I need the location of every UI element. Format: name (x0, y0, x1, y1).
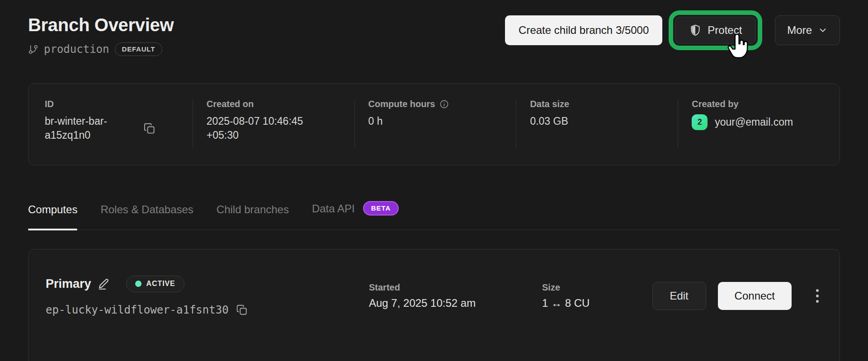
branch-overview-page: Branch Overview production DEFAULT Creat… (0, 0, 868, 361)
creator-email: your@email.com (715, 115, 793, 129)
connect-button[interactable]: Connect (718, 282, 792, 310)
compute-row: Primary ACTIVE ep-lucky-wildflower-a1fsn… (46, 276, 822, 316)
data-size-value: 0.03 GB (530, 114, 678, 128)
info-field-data-size: Data size 0.03 GB (516, 99, 678, 148)
edit-name-pencil-icon[interactable] (98, 277, 111, 291)
started-stat: Started Aug 7, 2025 10:52 am (369, 282, 542, 309)
id-label: ID (45, 99, 54, 109)
branch-tabs: Computes Roles & Databases Child branche… (28, 202, 840, 230)
tab-computes-label: Computes (28, 203, 77, 216)
data-size-label: Data size (530, 99, 569, 109)
create-child-branch-button[interactable]: Create child branch 3/5000 (505, 15, 662, 45)
compute-identity: Primary ACTIVE ep-lucky-wildflower-a1fsn… (46, 276, 369, 316)
compute-hours-value: 0 h (368, 114, 516, 128)
size-value: 1 ↔ 8 CU (542, 297, 652, 309)
tab-computes[interactable]: Computes (28, 203, 77, 230)
endpoint-id: ep-lucky-wildflower-a1fsnt30 (46, 304, 229, 316)
tab-data-api[interactable]: Data API BETA (312, 202, 399, 230)
default-badge: DEFAULT (115, 42, 163, 56)
tab-data-api-label: Data API (312, 202, 355, 215)
started-label: Started (369, 282, 400, 293)
branch-name: production (44, 43, 109, 56)
git-branch-icon (28, 44, 38, 55)
created-by-label: Created by (692, 99, 738, 109)
beta-badge: BETA (363, 201, 399, 216)
branch-info-card: ID br-winter-bar-a15zq1n0 Created on 202… (28, 83, 840, 165)
started-value: Aug 7, 2025 10:52 am (369, 297, 542, 309)
creator-avatar: 2 (692, 114, 708, 130)
size-label: Size (542, 282, 560, 293)
tab-roles-databases-label: Roles & Databases (100, 203, 193, 216)
status-text: ACTIVE (146, 280, 175, 288)
header-actions: Create child branch 3/5000 Protect More (505, 15, 840, 45)
chevron-down-icon (818, 25, 828, 35)
active-dot-icon (135, 281, 142, 287)
copy-endpoint-id-icon[interactable] (236, 304, 248, 316)
info-field-compute-hours: Compute hours 0 h (354, 99, 516, 148)
tab-child-branches-label: Child branches (217, 203, 289, 216)
page-header: Branch Overview production DEFAULT Creat… (28, 15, 840, 56)
more-button-label: More (787, 24, 812, 37)
compute-card: Primary ACTIVE ep-lucky-wildflower-a1fsn… (28, 249, 840, 361)
size-stat: Size 1 ↔ 8 CU (542, 282, 652, 309)
info-icon[interactable] (439, 99, 449, 109)
tab-roles-databases[interactable]: Roles & Databases (100, 203, 193, 230)
copy-branch-id-icon[interactable] (143, 122, 156, 135)
created-on-value: 2025-08-07 10:46:45 +05:30 (207, 114, 311, 142)
mouse-cursor-icon (725, 33, 751, 61)
created-on-label: Created on (207, 99, 254, 109)
tab-child-branches[interactable]: Child branches (217, 203, 289, 230)
header-left: Branch Overview production DEFAULT (28, 15, 174, 56)
more-button[interactable]: More (775, 15, 840, 45)
compute-hours-label: Compute hours (368, 99, 435, 109)
branch-info: production DEFAULT (28, 42, 174, 56)
kebab-menu-icon[interactable] (812, 286, 822, 306)
status-badge: ACTIVE (126, 276, 184, 292)
info-field-created-on: Created on 2025-08-07 10:46:45 +05:30 (193, 99, 354, 148)
page-title: Branch Overview (28, 15, 174, 35)
compute-name: Primary (46, 277, 91, 291)
shield-icon (689, 24, 702, 37)
branch-id-value: br-winter-bar-a15zq1n0 (45, 114, 133, 142)
info-field-created-by: Created by 2 your@email.com (678, 99, 840, 148)
edit-compute-button[interactable]: Edit (652, 282, 706, 310)
info-field-id: ID br-winter-bar-a15zq1n0 (28, 99, 193, 148)
